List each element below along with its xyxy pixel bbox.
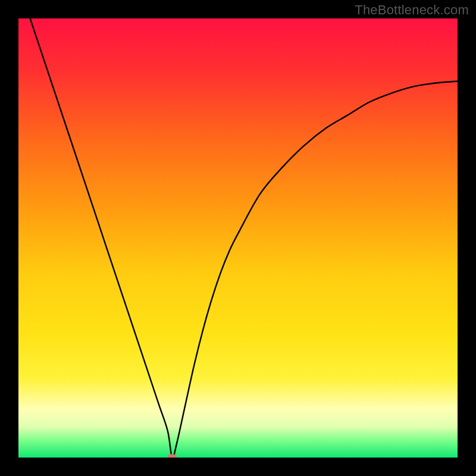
bottleneck-chart [0, 0, 476, 476]
chart-frame: TheBottleneck.com [0, 0, 476, 476]
optimum-marker [167, 454, 177, 461]
gradient-background [18, 18, 458, 458]
